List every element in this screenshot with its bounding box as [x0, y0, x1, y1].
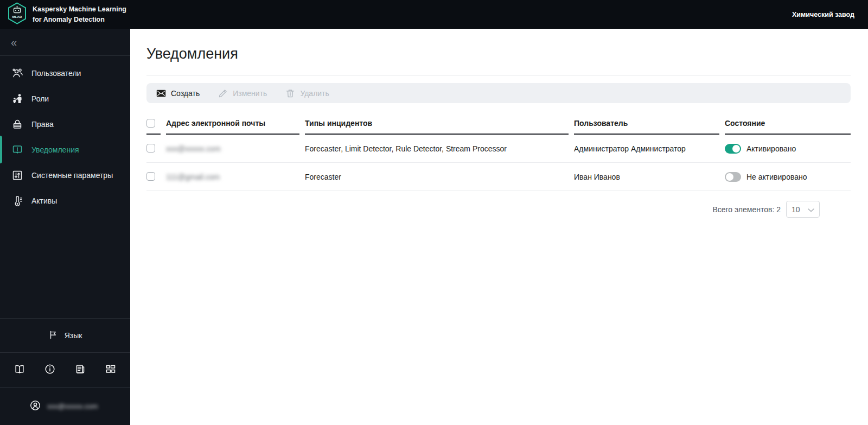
- state-cell: Активировано: [725, 144, 851, 154]
- select-all-checkbox[interactable]: [146, 119, 155, 128]
- roles-icon: [11, 93, 23, 105]
- state-cell: Не активировано: [725, 172, 851, 182]
- notification-bubble-icon: [11, 144, 23, 156]
- sidebar-item-label: Пользователи: [31, 69, 81, 78]
- topbar: MLAD Kaspersky Machine Learning for Anom…: [0, 0, 868, 29]
- toggle-knob: [732, 145, 740, 153]
- user-cell: Иван Иванов: [574, 173, 719, 181]
- components-button[interactable]: [105, 363, 117, 377]
- main-content: Уведомления Создать Изменить: [130, 29, 868, 425]
- language-label: Язык: [65, 331, 82, 340]
- title-divider: [146, 75, 851, 75]
- page-size-value: 10: [792, 205, 800, 214]
- table-row: 111@gmail.com Forecaster Иван Иванов Не …: [146, 163, 851, 191]
- incident-types-cell: Forecaster: [305, 173, 569, 181]
- email-cell: xxx@xxxxx.com: [166, 144, 299, 153]
- app-logo-area: MLAD Kaspersky Machine Learning for Anom…: [0, 2, 130, 27]
- row-checkbox[interactable]: [146, 172, 155, 181]
- sidebar-item-label: Активы: [31, 196, 57, 205]
- table-row: xxx@xxxxx.com Forecaster, Limit Detector…: [146, 135, 851, 163]
- select-all-cell: [146, 119, 161, 135]
- svg-text:MLAD: MLAD: [12, 15, 22, 18]
- active-item-indicator: [0, 136, 2, 163]
- create-button-label: Создать: [171, 89, 200, 98]
- create-button[interactable]: Создать: [151, 85, 205, 101]
- mlad-logo-icon: MLAD: [7, 2, 27, 27]
- column-header-incident-types: Типы инцидентов: [305, 119, 569, 135]
- state-toggle[interactable]: [725, 144, 741, 154]
- sidebar-item-label: Системные параметры: [31, 171, 113, 180]
- documentation-button[interactable]: [14, 363, 25, 377]
- sidebar-item-roles[interactable]: Роли: [0, 86, 130, 111]
- sidebar: « Пользователи: [0, 29, 130, 425]
- sidebar-item-notifications[interactable]: Уведомления: [0, 137, 130, 162]
- info-icon: [44, 363, 56, 377]
- tenant-name: Химический завод: [792, 11, 868, 18]
- edit-button-label: Изменить: [233, 89, 267, 98]
- pagination: Всего элементов: 2 10: [146, 201, 851, 218]
- sidebar-collapse-row: «: [0, 29, 130, 56]
- notifications-table: Адрес электронной почты Типы инцидентов …: [146, 119, 851, 191]
- chevron-down-icon: [808, 205, 814, 214]
- delete-button[interactable]: Удалить: [280, 85, 334, 101]
- sidebar-item-label: Уведомления: [31, 145, 79, 154]
- column-header-email: Адрес электронной почты: [166, 119, 299, 135]
- sidebar-links-row: [0, 352, 130, 387]
- news-button[interactable]: [74, 363, 86, 377]
- checkbox-cell: [146, 144, 161, 154]
- toolbar: Создать Изменить Удалить: [146, 83, 851, 103]
- email-cell: 111@gmail.com: [166, 173, 299, 181]
- sidebar-item-label: Права: [31, 120, 54, 129]
- page-size-select[interactable]: 10: [786, 201, 820, 218]
- state-label: Не активировано: [746, 173, 807, 181]
- lock-icon: [11, 118, 23, 130]
- sidebar-item-label: Роли: [31, 94, 49, 103]
- user-email: xxx@xxxxx.com: [47, 402, 98, 410]
- sidebar-item-system-parameters[interactable]: Системные параметры: [0, 162, 130, 188]
- page-title: Уведомления: [146, 46, 851, 62]
- collapse-sidebar-button[interactable]: «: [11, 37, 17, 48]
- toggle-knob: [726, 173, 733, 181]
- state-toggle[interactable]: [725, 172, 741, 182]
- flag-icon: [48, 330, 58, 341]
- column-header-state: Состояние: [725, 119, 851, 135]
- book-icon: [14, 363, 25, 377]
- sidebar-bottom: Язык: [0, 318, 130, 425]
- row-checkbox[interactable]: [146, 144, 155, 153]
- users-icon: [11, 67, 23, 79]
- user-cell: Администратор Администратор: [574, 144, 719, 153]
- checkbox-cell: [146, 172, 161, 182]
- table-header: Адрес электронной почты Типы инцидентов …: [146, 119, 851, 135]
- sidebar-nav: Пользователи Роли: [0, 56, 130, 213]
- system-parameters-icon: [11, 169, 23, 181]
- column-header-user: Пользователь: [574, 119, 719, 135]
- thermometer-icon: [11, 195, 23, 207]
- widgets-icon: [105, 363, 117, 377]
- incident-types-cell: Forecaster, Limit Detector, Rule Detecto…: [305, 144, 569, 153]
- sidebar-item-permissions[interactable]: Права: [0, 111, 130, 137]
- language-button[interactable]: Язык: [0, 318, 130, 352]
- delete-button-label: Удалить: [300, 89, 329, 98]
- envelope-icon: [156, 90, 166, 97]
- total-items-label: Всего элементов: 2: [712, 205, 781, 214]
- chevrons-left-icon: «: [11, 36, 17, 48]
- person-circle-icon: [29, 399, 41, 413]
- edit-button[interactable]: Изменить: [213, 85, 272, 101]
- app-title: Kaspersky Machine Learning for Anomaly D…: [33, 4, 130, 25]
- user-account[interactable]: xxx@xxxxx.com: [0, 387, 130, 425]
- sidebar-item-assets[interactable]: Активы: [0, 188, 130, 213]
- about-button[interactable]: [44, 363, 56, 377]
- sidebar-item-users[interactable]: Пользователи: [0, 60, 130, 86]
- journal-icon: [74, 363, 86, 377]
- pencil-icon: [218, 88, 228, 98]
- state-label: Активировано: [746, 144, 796, 153]
- trash-icon: [285, 88, 295, 98]
